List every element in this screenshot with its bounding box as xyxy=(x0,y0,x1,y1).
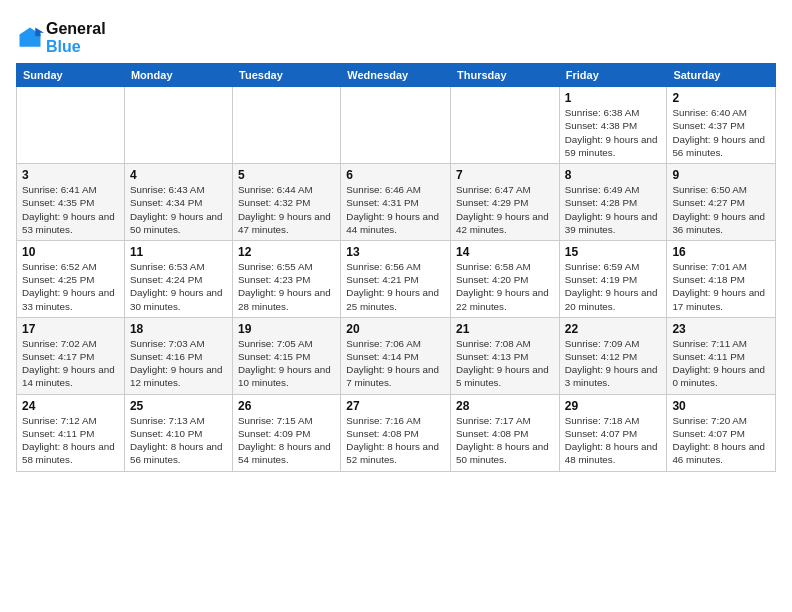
day-info: Sunrise: 6:50 AM Sunset: 4:27 PM Dayligh… xyxy=(672,183,770,236)
calendar-week-1: 1Sunrise: 6:38 AM Sunset: 4:38 PM Daylig… xyxy=(17,87,776,164)
day-info: Sunrise: 7:11 AM Sunset: 4:11 PM Dayligh… xyxy=(672,337,770,390)
day-number: 8 xyxy=(565,168,662,182)
day-info: Sunrise: 6:44 AM Sunset: 4:32 PM Dayligh… xyxy=(238,183,335,236)
day-number: 26 xyxy=(238,399,335,413)
day-info: Sunrise: 6:59 AM Sunset: 4:19 PM Dayligh… xyxy=(565,260,662,313)
day-number: 16 xyxy=(672,245,770,259)
calendar-cell xyxy=(124,87,232,164)
day-info: Sunrise: 7:01 AM Sunset: 4:18 PM Dayligh… xyxy=(672,260,770,313)
calendar-cell: 15Sunrise: 6:59 AM Sunset: 4:19 PM Dayli… xyxy=(559,240,667,317)
calendar-week-5: 24Sunrise: 7:12 AM Sunset: 4:11 PM Dayli… xyxy=(17,394,776,471)
calendar-cell: 29Sunrise: 7:18 AM Sunset: 4:07 PM Dayli… xyxy=(559,394,667,471)
logo-text: General Blue xyxy=(46,20,106,55)
day-info: Sunrise: 6:38 AM Sunset: 4:38 PM Dayligh… xyxy=(565,106,662,159)
day-info: Sunrise: 6:47 AM Sunset: 4:29 PM Dayligh… xyxy=(456,183,554,236)
day-info: Sunrise: 6:55 AM Sunset: 4:23 PM Dayligh… xyxy=(238,260,335,313)
calendar-cell: 26Sunrise: 7:15 AM Sunset: 4:09 PM Dayli… xyxy=(233,394,341,471)
day-info: Sunrise: 6:58 AM Sunset: 4:20 PM Dayligh… xyxy=(456,260,554,313)
calendar-cell: 3Sunrise: 6:41 AM Sunset: 4:35 PM Daylig… xyxy=(17,164,125,241)
calendar-cell: 7Sunrise: 6:47 AM Sunset: 4:29 PM Daylig… xyxy=(451,164,560,241)
day-number: 27 xyxy=(346,399,445,413)
day-number: 14 xyxy=(456,245,554,259)
day-info: Sunrise: 6:41 AM Sunset: 4:35 PM Dayligh… xyxy=(22,183,119,236)
col-header-friday: Friday xyxy=(559,64,667,87)
calendar-week-4: 17Sunrise: 7:02 AM Sunset: 4:17 PM Dayli… xyxy=(17,317,776,394)
calendar-cell: 24Sunrise: 7:12 AM Sunset: 4:11 PM Dayli… xyxy=(17,394,125,471)
col-header-tuesday: Tuesday xyxy=(233,64,341,87)
day-number: 19 xyxy=(238,322,335,336)
day-number: 24 xyxy=(22,399,119,413)
col-header-sunday: Sunday xyxy=(17,64,125,87)
day-number: 12 xyxy=(238,245,335,259)
calendar-cell: 1Sunrise: 6:38 AM Sunset: 4:38 PM Daylig… xyxy=(559,87,667,164)
day-number: 29 xyxy=(565,399,662,413)
day-number: 2 xyxy=(672,91,770,105)
day-info: Sunrise: 6:53 AM Sunset: 4:24 PM Dayligh… xyxy=(130,260,227,313)
day-number: 11 xyxy=(130,245,227,259)
col-header-wednesday: Wednesday xyxy=(341,64,451,87)
day-number: 13 xyxy=(346,245,445,259)
day-info: Sunrise: 7:12 AM Sunset: 4:11 PM Dayligh… xyxy=(22,414,119,467)
calendar-cell: 13Sunrise: 6:56 AM Sunset: 4:21 PM Dayli… xyxy=(341,240,451,317)
calendar-cell: 28Sunrise: 7:17 AM Sunset: 4:08 PM Dayli… xyxy=(451,394,560,471)
day-info: Sunrise: 6:43 AM Sunset: 4:34 PM Dayligh… xyxy=(130,183,227,236)
day-info: Sunrise: 7:03 AM Sunset: 4:16 PM Dayligh… xyxy=(130,337,227,390)
calendar-cell: 22Sunrise: 7:09 AM Sunset: 4:12 PM Dayli… xyxy=(559,317,667,394)
day-info: Sunrise: 7:15 AM Sunset: 4:09 PM Dayligh… xyxy=(238,414,335,467)
day-number: 6 xyxy=(346,168,445,182)
calendar-cell: 19Sunrise: 7:05 AM Sunset: 4:15 PM Dayli… xyxy=(233,317,341,394)
day-number: 4 xyxy=(130,168,227,182)
calendar-cell: 25Sunrise: 7:13 AM Sunset: 4:10 PM Dayli… xyxy=(124,394,232,471)
page: General Blue SundayMondayTuesdayWednesda… xyxy=(0,0,792,612)
day-info: Sunrise: 6:52 AM Sunset: 4:25 PM Dayligh… xyxy=(22,260,119,313)
calendar-cell xyxy=(451,87,560,164)
calendar-cell: 10Sunrise: 6:52 AM Sunset: 4:25 PM Dayli… xyxy=(17,240,125,317)
calendar-cell: 17Sunrise: 7:02 AM Sunset: 4:17 PM Dayli… xyxy=(17,317,125,394)
calendar-week-3: 10Sunrise: 6:52 AM Sunset: 4:25 PM Dayli… xyxy=(17,240,776,317)
day-number: 10 xyxy=(22,245,119,259)
day-number: 17 xyxy=(22,322,119,336)
calendar-cell xyxy=(233,87,341,164)
col-header-thursday: Thursday xyxy=(451,64,560,87)
calendar-cell: 30Sunrise: 7:20 AM Sunset: 4:07 PM Dayli… xyxy=(667,394,776,471)
day-number: 21 xyxy=(456,322,554,336)
day-info: Sunrise: 7:05 AM Sunset: 4:15 PM Dayligh… xyxy=(238,337,335,390)
day-info: Sunrise: 7:09 AM Sunset: 4:12 PM Dayligh… xyxy=(565,337,662,390)
day-number: 9 xyxy=(672,168,770,182)
col-header-monday: Monday xyxy=(124,64,232,87)
day-number: 5 xyxy=(238,168,335,182)
calendar-table: SundayMondayTuesdayWednesdayThursdayFrid… xyxy=(16,63,776,471)
calendar-cell: 8Sunrise: 6:49 AM Sunset: 4:28 PM Daylig… xyxy=(559,164,667,241)
day-number: 1 xyxy=(565,91,662,105)
calendar-cell: 12Sunrise: 6:55 AM Sunset: 4:23 PM Dayli… xyxy=(233,240,341,317)
day-info: Sunrise: 7:18 AM Sunset: 4:07 PM Dayligh… xyxy=(565,414,662,467)
calendar-cell: 11Sunrise: 6:53 AM Sunset: 4:24 PM Dayli… xyxy=(124,240,232,317)
day-number: 22 xyxy=(565,322,662,336)
svg-marker-1 xyxy=(35,27,44,36)
calendar-cell: 4Sunrise: 6:43 AM Sunset: 4:34 PM Daylig… xyxy=(124,164,232,241)
day-info: Sunrise: 6:56 AM Sunset: 4:21 PM Dayligh… xyxy=(346,260,445,313)
calendar-cell: 14Sunrise: 6:58 AM Sunset: 4:20 PM Dayli… xyxy=(451,240,560,317)
calendar-week-2: 3Sunrise: 6:41 AM Sunset: 4:35 PM Daylig… xyxy=(17,164,776,241)
day-number: 7 xyxy=(456,168,554,182)
day-info: Sunrise: 7:06 AM Sunset: 4:14 PM Dayligh… xyxy=(346,337,445,390)
calendar-cell: 21Sunrise: 7:08 AM Sunset: 4:13 PM Dayli… xyxy=(451,317,560,394)
calendar-cell: 6Sunrise: 6:46 AM Sunset: 4:31 PM Daylig… xyxy=(341,164,451,241)
calendar-cell: 16Sunrise: 7:01 AM Sunset: 4:18 PM Dayli… xyxy=(667,240,776,317)
calendar-cell: 27Sunrise: 7:16 AM Sunset: 4:08 PM Dayli… xyxy=(341,394,451,471)
day-info: Sunrise: 7:13 AM Sunset: 4:10 PM Dayligh… xyxy=(130,414,227,467)
calendar-cell: 20Sunrise: 7:06 AM Sunset: 4:14 PM Dayli… xyxy=(341,317,451,394)
day-info: Sunrise: 6:46 AM Sunset: 4:31 PM Dayligh… xyxy=(346,183,445,236)
calendar-cell: 5Sunrise: 6:44 AM Sunset: 4:32 PM Daylig… xyxy=(233,164,341,241)
logo-icon xyxy=(16,24,44,52)
calendar-cell: 18Sunrise: 7:03 AM Sunset: 4:16 PM Dayli… xyxy=(124,317,232,394)
calendar-cell xyxy=(17,87,125,164)
day-number: 28 xyxy=(456,399,554,413)
header: General Blue xyxy=(16,16,776,55)
calendar-cell: 23Sunrise: 7:11 AM Sunset: 4:11 PM Dayli… xyxy=(667,317,776,394)
day-info: Sunrise: 7:17 AM Sunset: 4:08 PM Dayligh… xyxy=(456,414,554,467)
calendar-cell: 9Sunrise: 6:50 AM Sunset: 4:27 PM Daylig… xyxy=(667,164,776,241)
col-header-saturday: Saturday xyxy=(667,64,776,87)
day-number: 23 xyxy=(672,322,770,336)
calendar-cell xyxy=(341,87,451,164)
